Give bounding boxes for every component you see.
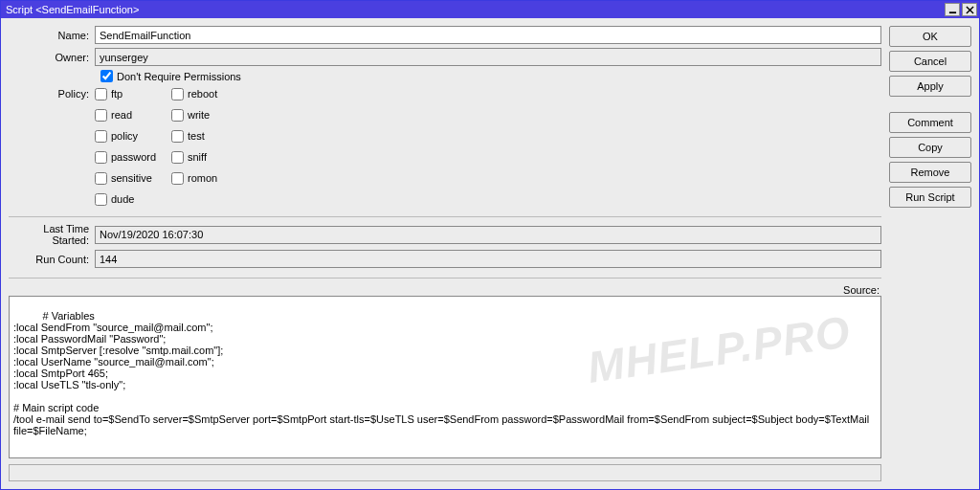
titlebar[interactable]: Script <SendEmailFunction> [1, 1, 979, 18]
policy-reboot-checkbox[interactable] [171, 88, 184, 100]
source-content: # Variables :local SendFrom "source_mail… [13, 310, 872, 436]
name-input[interactable] [95, 26, 881, 44]
source-label-row: Source: [9, 284, 881, 296]
policy-sniff: sniff [171, 149, 248, 165]
policy-sniff-checkbox[interactable] [171, 151, 184, 164]
name-label: Name: [9, 30, 95, 41]
comment-button[interactable]: Comment [889, 112, 971, 133]
dont-require-row: Don't Require Permissions [9, 70, 881, 82]
window-title: Script <SendEmailFunction> [3, 4, 945, 15]
policy-ftp: ftp [95, 86, 171, 101]
last-time-label: Last Time Started: [9, 223, 95, 246]
run-script-button[interactable]: Run Script [889, 187, 971, 208]
policy-password-label: password [111, 151, 156, 163]
owner-label: Owner: [9, 52, 95, 63]
policy-reboot-label: reboot [188, 88, 217, 100]
policy-ftp-checkbox[interactable] [95, 88, 107, 100]
policy-password-checkbox[interactable] [95, 151, 107, 164]
policy-section: Policy: ftpreadpolicypasswordsensitivedu… [9, 86, 881, 207]
owner-input [95, 48, 881, 66]
policy-read: read [95, 107, 171, 122]
divider [9, 216, 881, 217]
source-label: Source: [843, 284, 880, 296]
titlebar-buttons [945, 3, 977, 16]
apply-button[interactable]: Apply [889, 76, 971, 97]
side-buttons: OK Cancel Apply Comment Copy Remove Run … [889, 26, 971, 481]
remove-button[interactable]: Remove [889, 162, 971, 183]
policy-romon: romon [171, 170, 248, 186]
policy-read-checkbox[interactable] [95, 109, 107, 122]
policy-romon-label: romon [188, 172, 217, 184]
policy-dude-checkbox[interactable] [95, 193, 107, 206]
policy-columns: ftpreadpolicypasswordsensitivedude reboo… [95, 86, 248, 207]
policy-col-2: rebootwritetestsniffromon [171, 86, 248, 207]
policy-read-label: read [111, 109, 132, 121]
policy-sensitive: sensitive [95, 170, 171, 186]
policy-write-checkbox[interactable] [171, 109, 184, 122]
copy-button[interactable]: Copy [889, 137, 971, 158]
name-row: Name: [9, 26, 881, 44]
content-area: Name: Owner: Don't Require Permissions P… [1, 18, 979, 489]
script-window: Script <SendEmailFunction> Name: Owner: … [0, 0, 980, 490]
policy-test: test [171, 128, 248, 144]
policy-label: Policy: [9, 86, 95, 207]
policy-sniff-label: sniff [188, 151, 207, 163]
status-bar [9, 464, 881, 481]
policy-password: password [95, 149, 171, 165]
policy-reboot: reboot [171, 86, 248, 101]
policy-write-label: write [188, 109, 210, 121]
minimize-button[interactable] [945, 3, 960, 16]
source-section: Source: # Variables :local SendFrom "sou… [9, 284, 881, 458]
close-icon [966, 6, 974, 14]
policy-col-1: ftpreadpolicypasswordsensitivedude [95, 86, 171, 207]
policy-romon-checkbox[interactable] [171, 172, 184, 185]
source-textarea[interactable]: # Variables :local SendFrom "source_mail… [9, 296, 881, 458]
policy-policy-checkbox[interactable] [95, 130, 107, 143]
dont-require-checkbox[interactable] [100, 70, 113, 82]
cancel-button[interactable]: Cancel [889, 51, 971, 72]
main-column: Name: Owner: Don't Require Permissions P… [9, 26, 881, 481]
close-button[interactable] [962, 3, 977, 16]
policy-policy-label: policy [111, 130, 138, 142]
ok-button[interactable]: OK [889, 26, 971, 47]
divider-2 [9, 278, 881, 278]
run-count-row: Run Count: [9, 250, 881, 268]
minimize-icon [948, 6, 957, 14]
policy-dude: dude [95, 191, 171, 207]
policy-test-checkbox[interactable] [171, 130, 184, 143]
owner-row: Owner: [9, 48, 881, 66]
dont-require-label: Don't Require Permissions [117, 71, 241, 82]
policy-write: write [171, 107, 248, 122]
last-time-input [95, 226, 881, 244]
policy-dude-label: dude [111, 193, 134, 205]
policy-sensitive-checkbox[interactable] [95, 172, 107, 185]
policy-ftp-label: ftp [111, 88, 122, 100]
watermark: MHELP.PRO [585, 305, 854, 393]
run-count-label: Run Count: [9, 254, 95, 265]
policy-test-label: test [188, 130, 205, 142]
button-gap [889, 100, 971, 108]
last-time-row: Last Time Started: [9, 223, 881, 246]
run-count-input [95, 250, 881, 268]
policy-sensitive-label: sensitive [111, 172, 152, 184]
svg-rect-0 [948, 11, 955, 13]
policy-policy: policy [95, 128, 171, 144]
